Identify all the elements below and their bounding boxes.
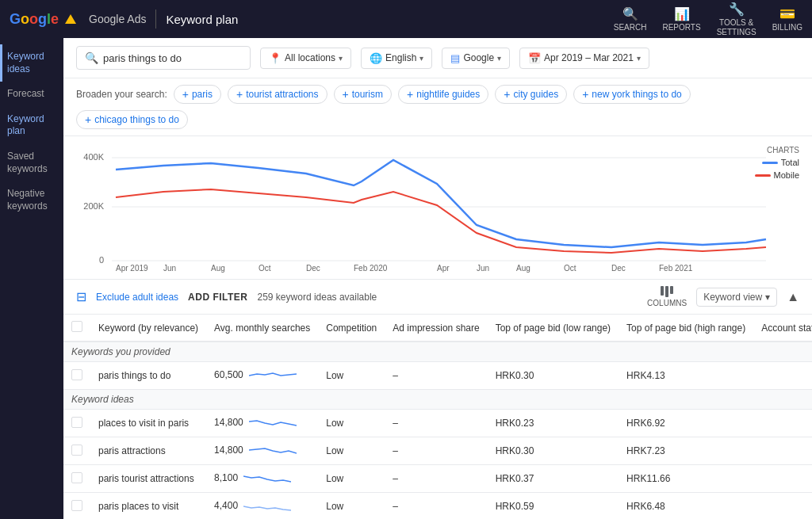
svg-text:200K: 200K (83, 201, 104, 211)
plus-icon: + (85, 113, 91, 126)
monthly-value: 4,400 (214, 500, 238, 511)
col-bar (665, 286, 668, 297)
competition-cell: Low (318, 362, 385, 390)
sidebar-item-forecast[interactable]: Forecast (0, 82, 63, 107)
broaden-tag-tourist[interactable]: + tourist attractions (228, 85, 327, 104)
plus-icon: + (182, 88, 189, 101)
bid-high-cell: HRK6.92 (619, 410, 753, 437)
legend-mobile: Mobile (755, 170, 799, 180)
svg-text:Feb 2021: Feb 2021 (659, 264, 693, 273)
keyword-view-btn[interactable]: Keyword view ▾ (696, 288, 777, 307)
broaden-tag-label: city guides (513, 89, 558, 100)
search-nav-icon: 🔍 (622, 6, 638, 21)
bid-low-cell: HRK0.59 (488, 493, 619, 520)
col-ad-impression: Ad impression share (385, 315, 487, 342)
keyword-cell[interactable]: paris tourist attractions (90, 465, 206, 493)
main-content: 🔍 📍 All locations ▾ 🌐 English ▾ ▤ Google… (63, 38, 812, 519)
search-input-wrap[interactable]: 🔍 (76, 46, 251, 70)
broaden-tag-paris[interactable]: + paris (174, 85, 221, 104)
account-status-cell (753, 410, 812, 437)
sidebar-item-saved-keywords[interactable]: Saved keywords (0, 144, 63, 181)
sidebar-item-keyword-ideas[interactable]: Keyword ideas (0, 44, 63, 82)
row-checkbox[interactable] (71, 445, 82, 456)
top-nav-actions: 🔍 SEARCH 📊 REPORTS 🔧 TOOLS &SETTINGS 💳 B… (614, 2, 802, 37)
col-monthly: Avg. monthly searches (206, 315, 318, 342)
nav-divider (155, 10, 156, 29)
svg-text:Jun: Jun (163, 264, 176, 273)
tools-nav-btn[interactable]: 🔧 TOOLS &SETTINGS (717, 2, 756, 37)
sidebar-item-keyword-plan[interactable]: Keyword plan (0, 107, 63, 144)
legend-total-label: Total (781, 158, 799, 167)
col-bar (670, 286, 673, 294)
sidebar-item-negative-keywords[interactable]: Negative keywords (0, 181, 63, 219)
calendar-icon: 📅 (528, 52, 541, 64)
sparkline (249, 443, 297, 459)
broaden-tag-chicago[interactable]: + chicago things to do (76, 110, 188, 129)
row-checkbox[interactable] (71, 417, 82, 428)
col-keyword: Keyword (by relevance) (90, 315, 206, 342)
monthly-cell: 4,400 (206, 493, 318, 520)
tools-nav-label: TOOLS &SETTINGS (717, 18, 756, 37)
keyword-cell[interactable]: paris attractions (90, 437, 206, 465)
bid-high-cell: HRK6.48 (619, 493, 753, 520)
keyword-ideas-header: Keyword ideas (63, 390, 812, 410)
top-nav-brand: Google Ads (89, 13, 146, 25)
provided-keywords-header: Keywords you provided (63, 342, 812, 362)
bid-low-cell: HRK0.23 (488, 410, 619, 437)
add-filter-btn[interactable]: ADD FILTER (188, 292, 247, 303)
search-input[interactable] (103, 52, 230, 64)
row-checkbox[interactable] (71, 369, 82, 380)
logo-g: G (10, 11, 21, 27)
monthly-cell: 14,800 (206, 410, 318, 437)
ideas-section-label: Keyword ideas (63, 390, 812, 410)
billing-nav-label: BILLING (772, 23, 802, 32)
monthly-cell: 60,500 (206, 362, 318, 390)
account-status-cell (753, 493, 812, 520)
reports-nav-btn[interactable]: 📊 REPORTS (662, 6, 700, 32)
broaden-tag-newyork[interactable]: + new york things to do (573, 85, 691, 104)
charts-label: CHARTS (767, 146, 799, 155)
bid-low-cell: HRK0.30 (488, 362, 619, 390)
collapse-btn[interactable]: ▲ (787, 290, 799, 304)
row-checkbox[interactable] (71, 472, 82, 483)
search-nav-btn[interactable]: 🔍 SEARCH (614, 6, 647, 32)
location-icon: 📍 (269, 52, 282, 64)
logo-g2: g (38, 11, 47, 27)
ad-impression-cell: – (385, 465, 487, 493)
table-row: paris places to visit 4,400 Low – HRK0.5… (63, 493, 812, 520)
provided-section-label: Keywords you provided (63, 342, 812, 362)
broaden-tag-city-guides[interactable]: + city guides (495, 85, 567, 104)
main-chart: 400K 200K 0 Apr 2019 Jun Aug Oct (76, 146, 799, 273)
keyword-cell[interactable]: paris things to do (90, 362, 206, 390)
svg-text:Oct: Oct (259, 264, 271, 273)
plus-icon: + (236, 88, 243, 101)
broaden-tag-label: new york things to do (592, 89, 681, 100)
columns-label: COLUMNS (647, 299, 687, 307)
app-layout: Keyword ideas Forecast Keyword plan Save… (0, 38, 812, 519)
keyword-cell[interactable]: places to visit in paris (90, 410, 206, 437)
row-checkbox[interactable] (71, 500, 82, 511)
keyword-cell[interactable]: paris places to visit (90, 493, 206, 520)
billing-nav-btn[interactable]: 💳 BILLING (772, 6, 802, 32)
keyword-view-label: Keyword view (703, 292, 762, 303)
account-status-cell (753, 362, 812, 390)
broaden-tag-tourism[interactable]: + tourism (334, 85, 393, 104)
exclude-adult-btn[interactable]: Exclude adult ideas (96, 292, 178, 303)
location-filter[interactable]: 📍 All locations ▾ (260, 48, 351, 69)
chart-legend: CHARTS Total Mobile (755, 146, 799, 180)
select-all-checkbox[interactable] (71, 321, 82, 332)
monthly-value: 8,100 (214, 472, 238, 483)
table-header: Keyword (by relevance) Avg. monthly sear… (63, 315, 812, 342)
network-filter[interactable]: ▤ Google ▾ (442, 48, 510, 69)
language-filter[interactable]: 🌐 English ▾ (361, 48, 432, 69)
svg-text:Feb 2020: Feb 2020 (354, 264, 388, 273)
table-row: paris tourist attractions 8,100 Low – HR… (63, 465, 812, 493)
table-body: Keywords you provided paris things to do… (63, 342, 812, 519)
account-status-cell (753, 437, 812, 465)
ad-impression-cell: – (385, 437, 487, 465)
broaden-tag-nightlife[interactable]: + nightlife guides (398, 85, 488, 104)
col-bar (661, 286, 664, 296)
date-filter[interactable]: 📅 Apr 2019 – Mar 2021 ▾ (519, 48, 649, 69)
columns-btn[interactable]: COLUMNS (647, 286, 687, 307)
svg-text:Dec: Dec (611, 264, 626, 273)
